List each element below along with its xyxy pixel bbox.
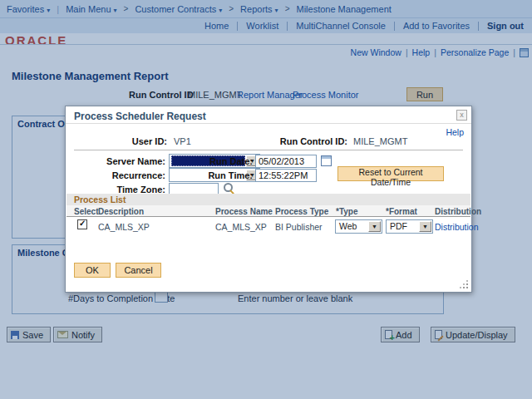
ok-button[interactable]: OK [74,263,111,278]
run-date-input[interactable] [255,155,317,168]
recurrence-label: Recurrence: [72,170,165,180]
resize-grip[interactable] [466,287,468,288]
user-id-label: User ID: [107,136,167,146]
close-icon[interactable]: x [456,110,467,121]
dialog-title: Process Scheduler Request [74,111,206,122]
application-window: Favorites | Main Menu > Customer Contrac… [0,0,532,399]
col-header-format: *Format [386,207,417,216]
select-checkbox[interactable] [77,219,87,229]
cell-process-type: BI Publisher [275,222,323,232]
dialog-titlebar: Process Scheduler Request x [66,106,471,124]
col-header-description: Description [98,207,144,216]
output-type-select[interactable]: Web [335,219,382,234]
distribution-link[interactable]: Distribution [435,222,479,232]
user-id-value: VP1 [174,136,191,146]
dialog-help-link[interactable]: Help [446,127,464,137]
process-list-title: Process List [74,195,126,204]
col-header-process-name: Process Name [215,207,273,216]
col-header-select: Select [74,207,98,216]
output-format-selected-value: PDF [388,221,418,232]
run-time-label: Run Time: [190,170,253,180]
server-name-label: Server Name: [72,156,165,166]
dialog-run-control-value: MILE_MGMT [353,136,407,146]
col-header-process-type: Process Type [275,207,328,216]
cell-process-name: CA_MLS_XP [215,222,267,232]
reset-datetime-button[interactable]: Reset to Current Date/Time [337,166,444,181]
col-header-type: *Type [336,207,358,216]
dialog-run-control-label: Run Control ID: [279,136,347,146]
cell-description: CA_MLS_XP [98,222,150,232]
run-date-label: Run Date: [190,156,253,166]
chevron-down-icon[interactable] [419,221,431,232]
calendar-icon[interactable] [321,155,332,166]
output-format-select[interactable]: PDF [386,219,433,234]
process-scheduler-request-dialog: Process Scheduler Request x Help User ID… [65,106,472,293]
run-time-input[interactable] [255,169,317,182]
dialog-divider [74,150,463,150]
chevron-down-icon[interactable] [368,221,381,232]
col-header-distribution: Distribution [435,207,481,216]
process-list-header-band: Process List [66,194,470,205]
lookup-magnifier-icon[interactable] [224,183,234,194]
cancel-button[interactable]: Cancel [116,263,161,278]
output-type-selected-value: Web [337,221,367,232]
